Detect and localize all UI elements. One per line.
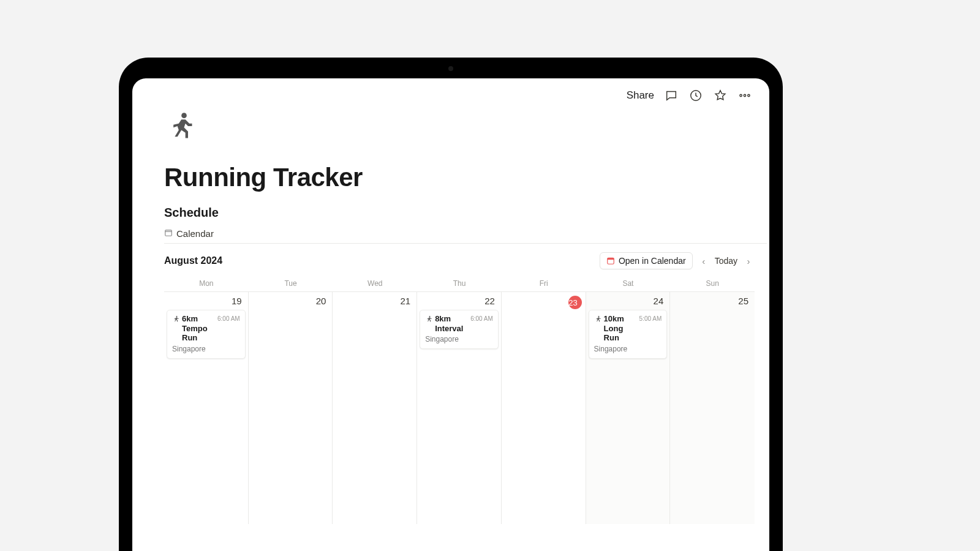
svg-point-1 <box>740 94 742 96</box>
star-icon[interactable] <box>713 88 728 103</box>
more-icon[interactable] <box>737 88 752 103</box>
event-time: 6:00 AM <box>470 315 493 322</box>
svg-point-9 <box>176 316 178 317</box>
event-location: Singapore <box>172 345 240 353</box>
calendar-tab-icon <box>164 228 173 239</box>
tablet-camera <box>448 66 453 71</box>
day-number: 22 <box>420 296 499 306</box>
svg-point-2 <box>744 94 745 96</box>
day-number: 20 <box>251 296 330 306</box>
day-cell[interactable]: 23 <box>502 292 586 524</box>
weekday-header: Mon Tue Wed Thu Fri Sat Sun <box>164 277 755 290</box>
day-cell[interactable]: 22 8km Interval 6:00 AM Singapore <box>417 292 502 524</box>
weekday-label: Mon <box>164 277 249 290</box>
day-cell[interactable]: 25 <box>670 292 755 524</box>
tablet-frame: Share Running Tracker Schedule <box>119 58 783 551</box>
next-week-button[interactable]: › <box>742 256 755 266</box>
weekday-label: Sun <box>670 277 755 290</box>
topbar: Share <box>627 78 769 113</box>
weekday-label: Fri <box>502 277 586 290</box>
day-number: 21 <box>335 296 414 306</box>
calendar-header: August 2024 Open in Calendar ‹ Today › <box>164 252 755 269</box>
comment-icon[interactable] <box>664 88 679 103</box>
event-title: 8km Interval <box>435 314 468 333</box>
day-cell[interactable]: 19 6km Tempo Run 6:00 AM Singapore <box>164 292 249 524</box>
prev-week-button[interactable]: ‹ <box>698 256 710 266</box>
day-number: 25 <box>673 296 752 306</box>
calendar-actions: Open in Calendar ‹ Today › <box>600 252 755 269</box>
event-card[interactable]: 8km Interval 6:00 AM Singapore <box>420 310 499 349</box>
history-icon[interactable] <box>688 88 703 103</box>
svg-point-10 <box>429 316 431 317</box>
event-location: Singapore <box>425 335 493 343</box>
svg-rect-5 <box>165 230 172 236</box>
calendar-app-icon <box>606 257 615 265</box>
day-cell[interactable]: 21 <box>333 292 417 524</box>
running-icon <box>172 315 179 323</box>
view-tab-calendar[interactable]: Calendar <box>164 228 755 243</box>
event-time: 5:00 AM <box>639 315 662 322</box>
weekday-label: Thu <box>417 277 502 290</box>
event-title: 10km Long Run <box>604 314 637 343</box>
event-location: Singapore <box>594 345 662 353</box>
weekday-label: Wed <box>333 277 417 290</box>
day-number: 24 <box>589 296 668 306</box>
calendar-grid: 19 6km Tempo Run 6:00 AM Singapore <box>164 291 755 524</box>
open-in-calendar-label: Open in Calendar <box>619 256 686 266</box>
weekday-label: Tue <box>249 277 333 290</box>
weekday-label: Sat <box>586 277 671 290</box>
view-tab-label: Calendar <box>176 228 214 239</box>
day-cell[interactable]: 20 <box>249 292 333 524</box>
day-number-today: 23 <box>568 296 582 309</box>
day-cell[interactable]: 24 10km Long Run 5:00 AM Singapore <box>586 292 671 524</box>
svg-rect-8 <box>608 258 614 260</box>
section-title: Schedule <box>164 206 755 220</box>
running-icon <box>425 315 432 323</box>
view-divider <box>164 243 767 244</box>
svg-point-11 <box>598 316 599 317</box>
open-in-calendar-button[interactable]: Open in Calendar <box>600 252 693 269</box>
page-running-icon <box>164 110 755 144</box>
app-screen: Share Running Tracker Schedule <box>132 78 769 551</box>
day-number: 19 <box>167 296 246 306</box>
calendar-month-label: August 2024 <box>164 255 222 266</box>
running-icon <box>594 315 601 323</box>
share-button[interactable]: Share <box>627 89 654 102</box>
event-card[interactable]: 6km Tempo Run 6:00 AM Singapore <box>167 310 246 359</box>
svg-point-4 <box>181 113 187 118</box>
event-time: 6:00 AM <box>217 315 240 322</box>
page-title: Running Tracker <box>164 163 755 192</box>
today-button[interactable]: Today <box>715 256 737 266</box>
page-content: Running Tracker Schedule Calendar August… <box>164 110 755 551</box>
svg-point-3 <box>748 94 750 96</box>
event-card[interactable]: 10km Long Run 5:00 AM Singapore <box>589 310 668 359</box>
event-title: 6km Tempo Run <box>182 314 215 343</box>
